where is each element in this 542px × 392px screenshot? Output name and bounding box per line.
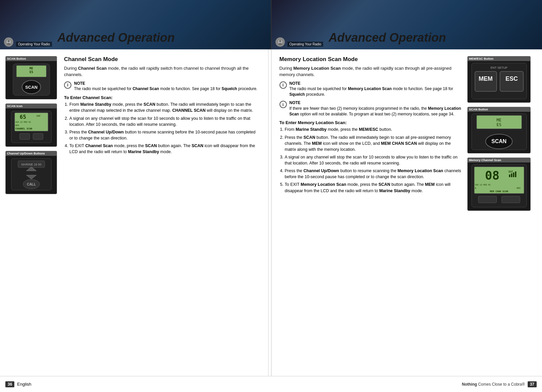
left-step-1: From Marine Standby mode, press the SCAN… — [69, 101, 260, 113]
footer: 36 English Nothing Comes Close to a Cobr… — [0, 376, 542, 392]
svg-text:ES: ES — [496, 122, 501, 127]
page-title-left: Advanced Operation — [52, 31, 175, 47]
right-steps-list: From Marine Standby mode, press the MEM/… — [280, 126, 462, 193]
mem-esc-graphic: ENT SETUP MEM ESC — [468, 61, 530, 101]
svg-rect-53 — [515, 171, 516, 177]
channel-updown-label: Channel Up/Down Buttons — [6, 151, 57, 156]
scan-button-graphic: ME ES SCAN — [6, 61, 57, 98]
left-note-1: i NOTE The radio must be squelched for C… — [64, 81, 260, 92]
left-step-2: A signal on any channel will stop the sc… — [69, 115, 260, 127]
header-right: Operating Your Radio Advanced Operation — [272, 0, 542, 49]
svg-text:ME: ME — [29, 67, 33, 70]
scan-icon-label: SCAN Icon — [6, 104, 57, 108]
svg-rect-52 — [513, 172, 514, 177]
svg-text:ENT SETUP: ENT SETUP — [490, 66, 507, 69]
right-step-4: Press the Channel Up/Down button to resu… — [285, 168, 462, 180]
svg-text:65: 65 — [20, 114, 26, 120]
mem-chan-scan-image: Memory Channel Scan 08 VHF — [467, 157, 531, 211]
mem-esc-image: MEM/ESC Button ENT SETUP MEM ESC — [467, 56, 531, 103]
scan-icon-image: SCAN Icon 65 VHF VOX LO MED HI MEM CHANN… — [5, 103, 57, 147]
page-num-right: 37 — [528, 381, 537, 387]
left-intro: During Channel Scan mode, the radio will… — [64, 65, 260, 78]
right-section-title: Memory Location Scan Mode — [280, 56, 462, 63]
footer-left: 36 English — [0, 381, 271, 387]
note-text-2: NOTE The radio must be squelched for Mem… — [290, 81, 462, 97]
svg-rect-50 — [509, 174, 510, 177]
svg-text:VHF: VHF — [508, 170, 513, 173]
svg-text:VHF: VHF — [36, 115, 41, 117]
svg-rect-51 — [511, 173, 512, 177]
svg-text:CALL: CALL — [27, 182, 36, 186]
svg-point-5 — [278, 43, 282, 45]
note-icon-1: i — [64, 81, 71, 89]
left-step-3: Press the Channel Up/Down button to resu… — [69, 129, 260, 141]
svg-text:VOX LO MED HI: VOX LO MED HI — [475, 183, 491, 186]
channel-updown-image: Channel Up/Down Buttons MARINE 16 50 — [5, 151, 57, 194]
svg-text:MEM: MEM — [479, 75, 493, 82]
svg-text:VOX LO MED HI: VOX LO MED HI — [15, 121, 31, 123]
scan-button-right-graphic: ME ES SCAN — [468, 112, 530, 152]
svg-point-4 — [279, 40, 281, 42]
svg-point-1 — [8, 40, 10, 42]
svg-text:CHANNEL SCAN: CHANNEL SCAN — [15, 127, 32, 130]
left-section-title: Channel Scan Mode — [64, 56, 260, 63]
right-note-2: i NOTE If there are fewer than two (2) m… — [280, 100, 462, 117]
right-images: MEM/ESC Button ENT SETUP MEM ESC — [467, 56, 534, 369]
svg-text:08: 08 — [485, 168, 499, 182]
main-content: SCAN Button ME ES SCAN — [0, 49, 542, 376]
right-step-2: Press the SCAN button. The radio will im… — [285, 134, 462, 152]
right-step-5: To EXIT Memory Location Scan mode, press… — [285, 181, 462, 193]
svg-point-2 — [7, 43, 11, 45]
svg-rect-22 — [33, 133, 43, 139]
mem-chan-scan-graphic: 08 VHF VOX LO MED HI B MEM MEM CHAN SCAN — [468, 162, 530, 209]
note-text-1: NOTE The radio must be squelched for Cha… — [74, 81, 257, 92]
header-icon-right — [276, 37, 285, 47]
right-step-3: A signal on any channel will stop the sc… — [285, 154, 462, 166]
right-step-1: From Marine Standby mode, press the MEM/… — [285, 126, 462, 132]
svg-rect-59 — [502, 196, 520, 203]
header-left-text: Operating Your Radio — [18, 42, 50, 46]
page-divider — [271, 49, 272, 376]
svg-rect-58 — [478, 196, 497, 203]
mem-chan-scan-label: Memory Channel Scan — [468, 158, 530, 162]
svg-rect-21 — [20, 133, 30, 139]
left-images: SCAN Button ME ES SCAN — [5, 56, 59, 369]
header-icon-left — [4, 37, 13, 47]
left-steps-header: To Enter Channel Scan: — [64, 95, 260, 100]
note-text-3: NOTE If there are fewer than two (2) mem… — [290, 100, 462, 117]
left-steps-list: From Marine Standby mode, press the SCAN… — [64, 101, 260, 155]
footer-lang: English — [17, 382, 31, 387]
svg-text:MEM: MEM — [15, 124, 19, 126]
note-icon-3: i — [280, 101, 287, 108]
page-right: Memory Location Scan Mode During Memory … — [274, 49, 542, 376]
channel-updown-graphic: MARINE 16 50 CALL — [6, 156, 57, 192]
page-title-right: Advanced Operation — [323, 31, 446, 47]
right-steps-header: To Enter Memory Location Scan: — [280, 120, 462, 125]
svg-text:MEM: MEM — [517, 187, 520, 189]
right-text-content: Memory Location Scan Mode During Memory … — [280, 56, 462, 369]
right-intro: During Memory Location Scan mode, the ra… — [280, 65, 462, 78]
left-step-4: To EXIT Channel Scan mode, press the SCA… — [69, 143, 260, 155]
header-bar: Operating Your Radio Advanced Operation … — [0, 0, 542, 49]
svg-text:ME: ME — [496, 118, 501, 122]
svg-text:ES: ES — [29, 70, 33, 74]
page-left: SCAN Button ME ES SCAN — [0, 49, 268, 376]
header-label-right: Operating Your Radio — [288, 42, 324, 47]
svg-text:MEM CHAN SCAN: MEM CHAN SCAN — [490, 190, 508, 193]
page-num-left: 36 — [5, 381, 14, 387]
left-text-content: Channel Scan Mode During Channel Scan mo… — [64, 56, 260, 369]
header-left: Operating Your Radio Advanced Operation — [0, 0, 272, 49]
svg-text:SCAN: SCAN — [25, 85, 37, 90]
scan-button-right-image: SCAN Button ME ES SCAN — [467, 107, 531, 153]
scan-button-label: SCAN Button — [6, 56, 57, 61]
mem-esc-label: MEM/ESC Button — [468, 56, 530, 61]
header-label-left: Operating Your Radio — [16, 42, 52, 47]
scan-button-image: SCAN Button ME ES SCAN — [5, 56, 57, 99]
svg-text:B: B — [475, 187, 476, 189]
footer-brand: Nothing Comes Close to a Cobra® — [462, 382, 525, 387]
scan-icon-graphic: 65 VHF VOX LO MED HI MEM CHANNEL SCAN — [6, 108, 57, 145]
svg-text:MARINE 16 50: MARINE 16 50 — [21, 163, 41, 166]
footer-right: Nothing Comes Close to a Cobra® 37 — [271, 381, 542, 387]
scan-button-right-label: SCAN Button — [468, 107, 530, 112]
svg-text:ESC: ESC — [505, 75, 518, 82]
